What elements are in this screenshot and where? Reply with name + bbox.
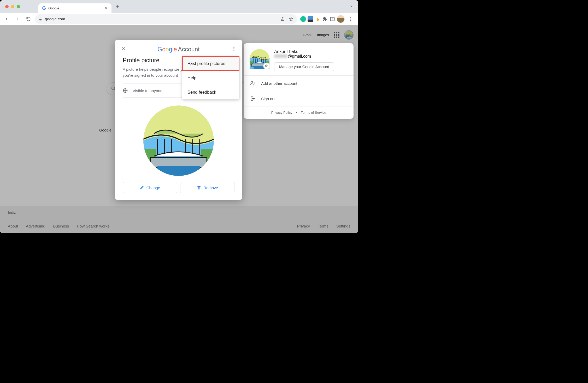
visibility-label: Visible to anyone <box>133 88 162 93</box>
svg-point-16 <box>233 47 234 48</box>
camera-badge-icon[interactable] <box>263 63 270 69</box>
account-email: @gmail.com <box>274 54 334 59</box>
svg-point-18 <box>233 50 234 51</box>
url-text: google.com <box>45 17 65 21</box>
page-content: Gmail Images Google India About Advertis… <box>0 25 358 233</box>
svg-rect-6 <box>39 19 42 20</box>
google-favicon-icon <box>42 6 46 10</box>
send-feedback-item[interactable]: Send feedback <box>182 85 239 99</box>
chrome-profile-avatar[interactable] <box>337 15 345 23</box>
add-account-label: Add another account <box>261 81 297 86</box>
minimize-window-button[interactable] <box>11 5 14 8</box>
tos-link[interactable]: Terms of Service <box>301 111 326 115</box>
tab-title: Google <box>48 6 103 10</box>
svg-point-9 <box>350 17 351 18</box>
extension-flame-icon[interactable] <box>315 16 321 22</box>
browser-toolbar: google.com <box>0 13 358 25</box>
modal-close-button[interactable] <box>121 46 126 53</box>
side-panel-icon[interactable] <box>330 16 335 22</box>
close-tab-button[interactable]: ✕ <box>105 6 108 10</box>
svg-rect-7 <box>331 17 334 21</box>
change-picture-button[interactable]: Change <box>123 182 177 193</box>
bookmark-star-icon[interactable] <box>289 17 293 21</box>
window-controls <box>5 5 20 8</box>
extension-grammarly-icon[interactable] <box>300 16 306 22</box>
extension-screenshot-icon[interactable] <box>308 16 313 22</box>
reload-button[interactable] <box>24 15 33 23</box>
sign-out-icon <box>250 96 255 101</box>
remove-picture-button[interactable]: Remove <box>180 182 234 193</box>
browser-window: Google ✕ + google.com Gma <box>0 0 358 233</box>
address-bar[interactable]: google.com <box>35 14 297 24</box>
svg-point-11 <box>350 20 351 21</box>
extensions-bar <box>299 15 356 23</box>
privacy-policy-link[interactable]: Privacy Policy <box>271 111 292 115</box>
close-window-button[interactable] <box>5 5 9 8</box>
trash-icon <box>197 185 201 190</box>
share-icon[interactable] <box>280 17 285 21</box>
tab-bar: Google ✕ + <box>0 0 358 13</box>
popover-footer: Privacy Policy • Terms of Service <box>244 106 354 119</box>
pencil-icon <box>140 185 144 190</box>
forward-button[interactable] <box>13 15 22 23</box>
add-person-icon <box>250 80 255 86</box>
modal-more-button[interactable] <box>231 46 237 52</box>
chrome-menu-button[interactable] <box>346 15 355 23</box>
help-item[interactable]: Help <box>182 71 239 85</box>
svg-point-15 <box>251 81 253 83</box>
sign-out-label: Sign out <box>261 97 275 101</box>
extensions-puzzle-icon[interactable] <box>322 16 328 22</box>
account-name: Ankur Thakur <box>274 49 334 54</box>
svg-point-14 <box>266 66 267 67</box>
profile-picture-preview <box>143 105 214 176</box>
tabs-dropdown-button[interactable] <box>349 4 355 9</box>
modal-brand-title: Google Account <box>157 46 199 53</box>
modal-more-dropdown: Past profile pictures Help Send feedback <box>182 56 239 99</box>
sign-out-row[interactable]: Sign out <box>244 91 354 106</box>
svg-point-10 <box>350 19 351 19</box>
lock-icon <box>39 17 42 21</box>
svg-point-17 <box>233 48 234 49</box>
maximize-window-button[interactable] <box>17 5 20 8</box>
manage-account-button[interactable]: Manage your Google Account <box>274 62 334 71</box>
browser-tab[interactable]: Google ✕ <box>38 3 111 13</box>
new-tab-button[interactable]: + <box>114 4 121 10</box>
back-button[interactable] <box>2 15 11 23</box>
past-profile-pictures-item[interactable]: Past profile pictures <box>182 56 239 71</box>
account-popover: Ankur Thakur @gmail.com Manage your Goog… <box>244 43 354 119</box>
globe-icon <box>123 88 128 93</box>
popover-avatar[interactable] <box>250 49 269 69</box>
add-account-row[interactable]: Add another account <box>244 75 354 91</box>
